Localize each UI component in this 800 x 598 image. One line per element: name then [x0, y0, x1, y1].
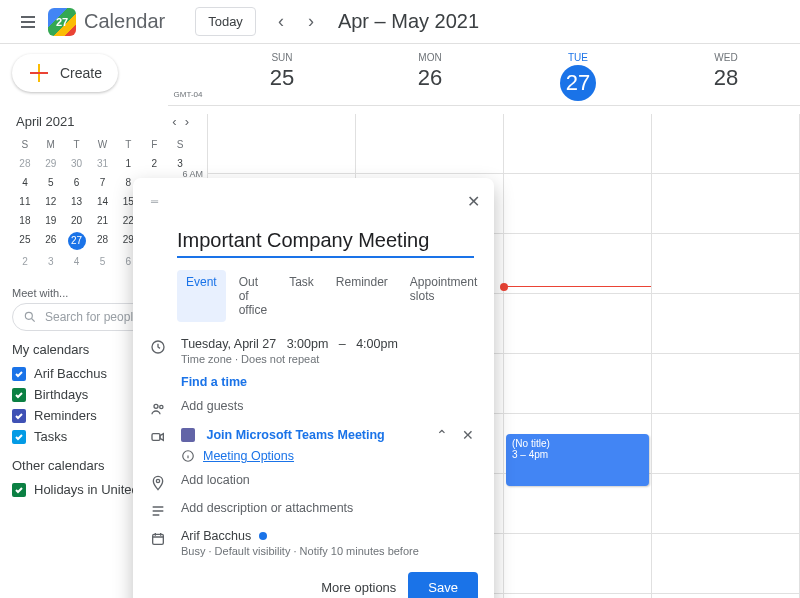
description-row[interactable]: Add description or attachments	[133, 496, 494, 524]
tz-repeat-subtext[interactable]: Time zone · Does not repeat	[181, 353, 474, 365]
time-slot[interactable]	[504, 354, 651, 414]
today-button[interactable]: Today	[195, 7, 256, 36]
find-a-time-link[interactable]: Find a time	[181, 375, 247, 389]
time-slot[interactable]	[652, 594, 799, 598]
mini-cal-day[interactable]: 18	[12, 211, 38, 230]
day-header[interactable]: WED28	[652, 52, 800, 101]
time-slot[interactable]	[356, 114, 503, 174]
time-slot[interactable]	[652, 414, 799, 474]
prev-period-button[interactable]: ‹	[266, 7, 296, 37]
mini-cal-day[interactable]: 5	[90, 252, 116, 271]
location-placeholder[interactable]: Add location	[181, 473, 474, 487]
mini-cal-day[interactable]: 31	[90, 154, 116, 173]
time-slot[interactable]	[504, 534, 651, 594]
next-period-button[interactable]: ›	[296, 7, 326, 37]
mini-cal-day[interactable]: 2	[12, 252, 38, 271]
day-column[interactable]	[652, 114, 800, 598]
guests-row[interactable]: Add guests	[133, 394, 494, 422]
hamburger-icon[interactable]	[8, 2, 48, 42]
event-type-tab[interactable]: Reminder	[327, 270, 397, 322]
event-type-tab[interactable]: Task	[280, 270, 323, 322]
time-slot[interactable]	[504, 114, 651, 174]
mini-cal-day[interactable]: 14	[90, 192, 116, 211]
mini-cal-day[interactable]: 21	[90, 211, 116, 230]
create-button[interactable]: Create	[12, 54, 118, 92]
mini-cal-day[interactable]: 27	[68, 232, 86, 250]
day-number: 27	[560, 65, 596, 101]
time-slot[interactable]	[652, 294, 799, 354]
time-slot[interactable]	[652, 534, 799, 594]
event-block[interactable]: (No title)3 – 4pm	[506, 434, 649, 486]
event-editor-dialog: ═ ✕ EventOut of officeTaskReminderAppoin…	[133, 178, 494, 598]
calendar-label: Arif Bacchus	[34, 366, 107, 381]
time-slot[interactable]	[652, 114, 799, 174]
checkbox-icon[interactable]	[12, 409, 26, 423]
checkbox-icon[interactable]	[12, 483, 26, 497]
calendar-label: Tasks	[34, 429, 67, 444]
mini-cal-day[interactable]: 13	[64, 192, 90, 211]
save-button[interactable]: Save	[408, 572, 478, 598]
checkbox-icon[interactable]	[12, 430, 26, 444]
mini-cal-day[interactable]: 1	[115, 154, 141, 173]
event-type-tab[interactable]: Event	[177, 270, 226, 322]
mini-cal-day[interactable]: 6	[64, 173, 90, 192]
mini-cal-day[interactable]: 5	[38, 173, 64, 192]
mini-cal-day[interactable]: 11	[12, 192, 38, 211]
mini-cal-day[interactable]: 25	[12, 230, 38, 252]
day-column[interactable]: (No title)3 – 4pm	[504, 114, 652, 598]
mini-cal-day[interactable]: 30	[64, 154, 90, 173]
event-title-input[interactable]	[177, 225, 474, 258]
description-icon	[149, 501, 167, 519]
visibility-subtext[interactable]: Busy · Default visibility · Notify 10 mi…	[181, 545, 474, 557]
mini-cal-day[interactable]: 2	[141, 154, 167, 173]
time-slot[interactable]	[504, 594, 651, 598]
day-header[interactable]: TUE27	[504, 52, 652, 101]
time-slot[interactable]	[208, 114, 355, 174]
video-icon	[149, 427, 167, 445]
mini-cal-day[interactable]: 26	[38, 230, 64, 252]
day-of-week: TUE	[568, 52, 588, 63]
location-row[interactable]: Add location	[133, 468, 494, 496]
mini-cal-day[interactable]: 28	[90, 230, 116, 252]
time-slot[interactable]	[504, 174, 651, 234]
mini-cal-day[interactable]: 4	[12, 173, 38, 192]
collapse-conf-button[interactable]: ⌃	[436, 427, 448, 443]
time-slot[interactable]	[652, 174, 799, 234]
event-type-tab[interactable]: Appointment slots	[401, 270, 486, 322]
time-slot[interactable]	[652, 354, 799, 414]
event-date[interactable]: Tuesday, April 27	[181, 337, 276, 351]
remove-conf-button[interactable]: ✕	[462, 427, 474, 443]
time-row[interactable]: Tuesday, April 27 3:00pm – 4:00pm Time z…	[133, 332, 494, 370]
close-button[interactable]: ✕	[463, 188, 484, 215]
conferencing-row: Join Microsoft Teams Meeting ⌃ ✕ Meeting…	[133, 422, 494, 468]
time-slot[interactable]	[504, 294, 651, 354]
mini-cal-day[interactable]: 4	[64, 252, 90, 271]
mini-cal-day[interactable]: 19	[38, 211, 64, 230]
calendar-owner-row[interactable]: Arif Bacchus Busy · Default visibility ·…	[133, 524, 494, 562]
mini-cal-day[interactable]: 12	[38, 192, 64, 211]
calendar-label: Birthdays	[34, 387, 88, 402]
time-slot[interactable]	[652, 474, 799, 534]
drag-handle-icon[interactable]: ═	[151, 196, 160, 207]
day-header[interactable]: SUN25	[208, 52, 356, 101]
mini-cal-day[interactable]: 28	[12, 154, 38, 173]
checkbox-icon[interactable]	[12, 367, 26, 381]
day-header[interactable]: MON26	[356, 52, 504, 101]
mini-cal-day[interactable]: 20	[64, 211, 90, 230]
mini-cal-day[interactable]: 3	[38, 252, 64, 271]
time-slot[interactable]	[652, 234, 799, 294]
event-type-tab[interactable]: Out of office	[230, 270, 276, 322]
page-header: 27 Calendar Today ‹ › Apr – May 2021	[0, 0, 800, 44]
event-start[interactable]: 3:00pm	[287, 337, 329, 351]
create-label: Create	[60, 65, 102, 81]
mini-cal-day[interactable]: 7	[90, 173, 116, 192]
checkbox-icon[interactable]	[12, 388, 26, 402]
meeting-options-link[interactable]: Meeting Options	[203, 449, 294, 463]
join-teams-link[interactable]: Join Microsoft Teams Meeting	[206, 428, 384, 442]
mini-cal-day[interactable]: 29	[38, 154, 64, 173]
guests-placeholder[interactable]: Add guests	[181, 399, 474, 413]
description-placeholder[interactable]: Add description or attachments	[181, 501, 474, 515]
event-end[interactable]: 4:00pm	[356, 337, 398, 351]
more-options-button[interactable]: More options	[321, 580, 396, 595]
time-slot[interactable]	[504, 234, 651, 294]
